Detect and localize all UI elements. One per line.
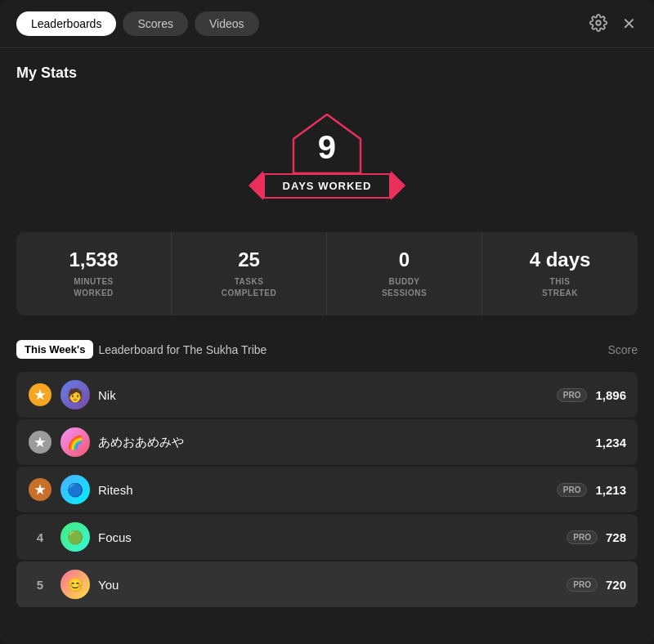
leaderboard-row: 🌈 あめおあめみや 1,234 bbox=[16, 419, 638, 465]
rank-icon-2 bbox=[28, 431, 52, 454]
stat-value-minutes: 1,538 bbox=[25, 248, 163, 271]
svg-point-0 bbox=[596, 20, 601, 25]
close-button[interactable]: ✕ bbox=[620, 14, 638, 34]
avatar-focus: 🟢 bbox=[60, 522, 90, 552]
leaderboard-row-you: 5 😊 You PRO 720 bbox=[16, 561, 638, 607]
stat-label-minutes: MINUTESWORKED bbox=[25, 276, 163, 299]
tab-bar: Leaderboards Scores Videos bbox=[16, 11, 259, 36]
days-worked-ribbon: DAYS WORKED bbox=[263, 173, 392, 199]
row-score-3: 1,213 bbox=[587, 483, 626, 497]
score-header-label: Score bbox=[607, 343, 638, 356]
stat-streak: 4 days THISSTREAK bbox=[482, 232, 638, 315]
avatar-you: 😊 bbox=[60, 570, 90, 599]
content-area: My Stats 9 DAYS WORKED bbox=[0, 48, 654, 624]
pro-badge-3: PRO bbox=[557, 483, 588, 497]
rank-badge-bronze bbox=[29, 478, 52, 501]
stat-tasks-completed: 25 TASKSCOMPLETED bbox=[172, 232, 327, 315]
avatar-ritesh: 🔵 bbox=[60, 475, 90, 504]
rank-icon-1 bbox=[28, 383, 52, 406]
days-worked-badge: 9 DAYS WORKED bbox=[263, 111, 392, 199]
days-worked-container: 9 DAYS WORKED bbox=[16, 101, 638, 208]
rank-icon-5: 5 bbox=[28, 578, 52, 592]
user-name-4: Focus bbox=[98, 530, 560, 544]
leaderboard-header: This Week's Leaderboard for The Sukha Tr… bbox=[16, 340, 638, 359]
leaderboard-row: 4 🟢 Focus PRO 728 bbox=[16, 514, 638, 560]
leaderboard-row: 🧑 Nik PRO 1,896 bbox=[16, 372, 638, 418]
stat-minutes-worked: 1,538 MINUTESWORKED bbox=[16, 232, 172, 315]
stat-value-streak: 4 days bbox=[490, 248, 629, 271]
app-window: Leaderboards Scores Videos ✕ My Stats bbox=[0, 0, 654, 644]
rank-icon-3 bbox=[28, 478, 52, 501]
row-score-2: 1,234 bbox=[587, 436, 626, 449]
tab-leaderboards[interactable]: Leaderboards bbox=[16, 11, 116, 36]
this-weeks-label: This Week's bbox=[16, 340, 93, 359]
pro-badge-5: PRO bbox=[567, 578, 598, 592]
tab-scores[interactable]: Scores bbox=[123, 11, 188, 36]
house-shape: 9 bbox=[290, 111, 364, 177]
avatar-user2: 🌈 bbox=[60, 427, 90, 457]
leaderboard-title-group: This Week's Leaderboard for The Sukha Tr… bbox=[16, 340, 267, 359]
settings-button[interactable] bbox=[588, 12, 609, 36]
stat-label-streak: THISSTREAK bbox=[490, 276, 629, 299]
row-score-1: 1,896 bbox=[587, 388, 626, 402]
days-worked-label: DAYS WORKED bbox=[263, 173, 392, 199]
section-title: My Stats bbox=[16, 65, 638, 82]
user-name-2: あめおあめみや bbox=[98, 435, 587, 450]
tab-videos[interactable]: Videos bbox=[195, 11, 259, 36]
leaderboard-list: 🧑 Nik PRO 1,896 🌈 あめおあめみや 1,234 bbox=[16, 372, 638, 607]
header: Leaderboards Scores Videos ✕ bbox=[0, 0, 654, 48]
leaderboard-row: 🔵 Ritesh PRO 1,213 bbox=[16, 467, 638, 512]
user-name-5: You bbox=[98, 578, 560, 592]
header-icons: ✕ bbox=[588, 12, 638, 36]
avatar-nik: 🧑 bbox=[60, 380, 90, 409]
rank-badge-silver bbox=[29, 431, 52, 454]
stat-label-buddy: BUDDYSESSIONS bbox=[335, 276, 473, 299]
user-name-3: Ritesh bbox=[98, 483, 550, 497]
pro-badge-1: PRO bbox=[557, 388, 588, 402]
days-number: 9 bbox=[318, 131, 336, 163]
user-name-1: Nik bbox=[98, 388, 550, 402]
stat-value-tasks: 25 bbox=[180, 248, 318, 271]
leaderboard-subtitle: Leaderboard for The Sukha Tribe bbox=[98, 343, 267, 356]
stat-value-buddy: 0 bbox=[335, 248, 473, 271]
rank-badge-gold bbox=[29, 383, 52, 406]
rank-icon-4: 4 bbox=[28, 530, 52, 544]
stat-buddy-sessions: 0 BUDDYSESSIONS bbox=[327, 232, 482, 315]
stat-label-tasks: TASKSCOMPLETED bbox=[180, 276, 318, 299]
pro-badge-4: PRO bbox=[567, 530, 598, 544]
row-score-4: 728 bbox=[598, 530, 626, 544]
row-score-5: 720 bbox=[598, 578, 626, 592]
stats-grid: 1,538 MINUTESWORKED 25 TASKSCOMPLETED 0 … bbox=[16, 232, 638, 315]
